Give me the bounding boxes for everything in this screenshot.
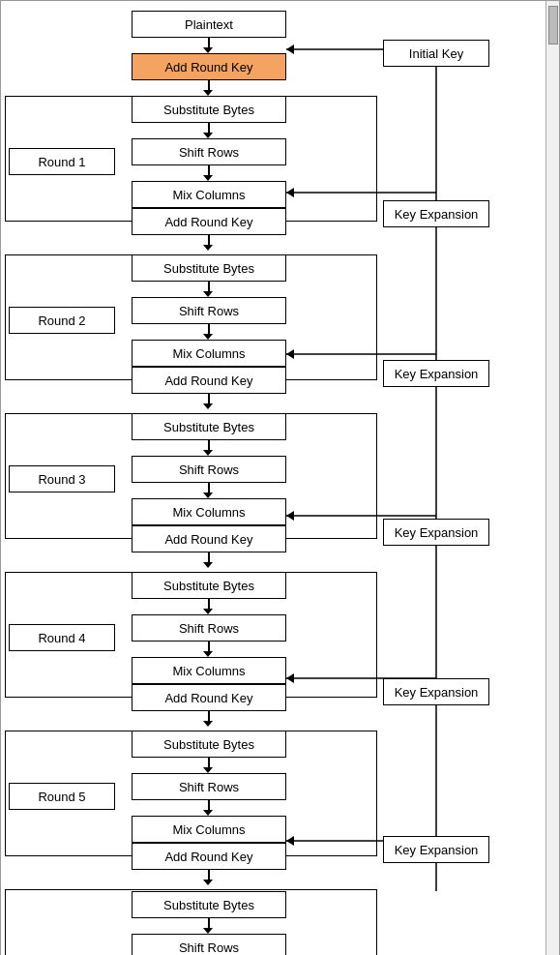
arrow-ark0-down <box>208 80 210 90</box>
plaintext-box: Plaintext <box>132 11 286 38</box>
aes-diagram: Plaintext Add Round Key Initial Key Roun… <box>1 1 543 955</box>
arr-r2-1 <box>208 282 210 291</box>
arr-r5-1 <box>208 758 210 767</box>
arr-r1-2 <box>208 165 210 175</box>
arrow-plaintext-to-ark <box>208 38 210 47</box>
sub-bytes-r5: Substitute Bytes <box>132 731 286 758</box>
arr-r5-4 <box>208 870 210 880</box>
initial-key-box: Initial Key <box>383 40 489 67</box>
add-round-key-r5: Add Round Key <box>132 843 286 870</box>
arr-r4-2 <box>208 642 210 651</box>
arr-r4-4 <box>208 711 210 721</box>
key-expansion-r2: Key Expansion <box>383 360 489 387</box>
key-expansion-r3: Key Expansion <box>383 519 489 546</box>
mix-cols-r1: Mix Columns <box>132 181 286 208</box>
add-round-key-r4: Add Round Key <box>132 684 286 711</box>
mix-cols-r5: Mix Columns <box>132 816 286 843</box>
add-round-key-r2: Add Round Key <box>132 367 286 394</box>
initial-add-round-key-box: Add Round Key <box>132 53 286 80</box>
round2-label: Round 2 <box>9 307 115 334</box>
diagram-wrapper[interactable]: Plaintext Add Round Key Initial Key Roun… <box>0 0 560 955</box>
shift-rows-r6: Shift Rows <box>132 934 286 955</box>
arr-r3-4 <box>208 552 210 562</box>
arr-r4-1 <box>208 599 210 609</box>
arr-r3-2 <box>208 483 210 492</box>
round1-label: Round 1 <box>9 148 115 175</box>
scrollbar-thumb[interactable] <box>548 6 558 45</box>
add-round-key-r1: Add Round Key <box>132 208 286 235</box>
key-expansion-r5: Key Expansion <box>383 836 489 863</box>
arr-r1-1 <box>208 123 210 133</box>
sub-bytes-r6: Substitute Bytes <box>132 891 286 918</box>
key-expansion-r1: Key Expansion <box>383 200 489 227</box>
arr-r2-4 <box>208 394 210 403</box>
round4-label: Round 4 <box>9 624 115 651</box>
shift-rows-r2: Shift Rows <box>132 297 286 324</box>
shift-rows-r5: Shift Rows <box>132 773 286 800</box>
mix-cols-r3: Mix Columns <box>132 498 286 525</box>
add-round-key-r3: Add Round Key <box>132 525 286 552</box>
arr-r2-2 <box>208 324 210 334</box>
arr-r5-2 <box>208 800 210 810</box>
mix-cols-r2: Mix Columns <box>132 340 286 367</box>
shift-rows-r1: Shift Rows <box>132 138 286 165</box>
sub-bytes-r2: Substitute Bytes <box>132 254 286 282</box>
svg-marker-2 <box>286 45 294 54</box>
shift-rows-r3: Shift Rows <box>132 456 286 483</box>
round5-label: Round 5 <box>9 783 115 810</box>
sub-bytes-r3: Substitute Bytes <box>132 413 286 440</box>
sub-bytes-r1: Substitute Bytes <box>132 96 286 123</box>
key-expansion-r4: Key Expansion <box>383 678 489 705</box>
scrollbar[interactable] <box>545 1 559 955</box>
arr-r1-4 <box>208 235 210 245</box>
mix-cols-r4: Mix Columns <box>132 657 286 684</box>
sub-bytes-r4: Substitute Bytes <box>132 572 286 599</box>
shift-rows-r4: Shift Rows <box>132 614 286 642</box>
round3-label: Round 3 <box>9 465 115 492</box>
arr-r3-1 <box>208 440 210 450</box>
arr-r6-1 <box>208 918 210 928</box>
